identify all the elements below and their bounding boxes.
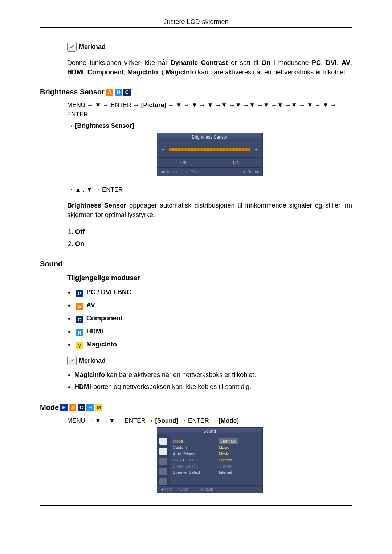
osd-hint-return: ↺Return	[242, 169, 259, 174]
text-bold: MagicInfo	[127, 69, 158, 76]
list-item: On	[75, 238, 352, 250]
osd-sound-title: Sound	[157, 428, 262, 435]
list-item: A AV	[74, 299, 352, 312]
osd-option-off[interactable]: Off	[157, 158, 210, 167]
page-header-title: Justere LCD-skjermen	[40, 18, 352, 26]
text: MENU → ▼ → ENTER →	[67, 102, 141, 108]
osd-val-internal[interactable]: Internal	[219, 470, 232, 475]
side-icon[interactable]	[159, 448, 167, 455]
side-icon[interactable]	[159, 468, 167, 475]
list-item: M MagicInfo	[74, 338, 352, 351]
nav-path-brightness-3: → ▲ , ▼ → ENTER	[67, 185, 352, 194]
osd-right-col: Standard Music Movie Speech Custom Inter…	[217, 438, 259, 483]
enter-icon: ↵	[185, 169, 189, 174]
mode-tag-c: C	[78, 404, 85, 411]
list-item: Off	[75, 226, 352, 238]
text-bold: [Picture]	[141, 102, 166, 108]
mode-tag-a: A	[69, 404, 76, 411]
list-item: P PC / DVI / BNC	[74, 286, 352, 299]
osd-val-standard[interactable]: Standard	[219, 438, 238, 444]
list-item: H HDMI	[74, 325, 352, 338]
text-bold: Dynamic Contrast	[171, 59, 228, 66]
side-icon[interactable]	[159, 438, 167, 445]
text: Return	[247, 169, 259, 174]
text: ,	[337, 59, 342, 66]
osd-val-speech[interactable]: Speech	[219, 458, 232, 462]
osd-row-autovol[interactable]: Auto Volume	[173, 451, 215, 457]
osd-side-icons	[157, 435, 170, 485]
note-icon	[67, 356, 77, 365]
sound-note-list: MagicInfo kan bare aktiveres når en nett…	[74, 369, 352, 393]
text-bold: Brightness Sensor	[67, 202, 126, 209]
section-heading-sound: Sound	[40, 260, 352, 268]
enter-icon: ↵	[177, 487, 180, 491]
text-bold: AV	[342, 59, 350, 66]
note-label: Merknad	[79, 43, 106, 51]
osd-hint-move: ◆Move	[161, 487, 172, 491]
text-bold: [Mode]	[219, 417, 239, 424]
side-icon[interactable]	[159, 478, 167, 485]
text: kan bare aktiveres når en nettverksboks …	[196, 69, 347, 76]
list-item: C Component	[74, 312, 352, 325]
text-bold: Component	[86, 315, 123, 322]
text: er satt til	[228, 59, 261, 66]
osd-row-mode[interactable]: Mode	[173, 438, 215, 444]
mode-tag-m: M	[76, 342, 83, 349]
osd-slider[interactable]	[169, 147, 251, 152]
mode-tag-h: H	[76, 329, 83, 336]
mode-tag-p: P	[60, 404, 68, 411]
section-heading-mode: Mode P A C H M	[40, 403, 352, 412]
text: i modusene	[270, 59, 312, 66]
text-bold: MagicInfo	[74, 371, 105, 378]
osd-row-custom[interactable]: Custom	[173, 444, 215, 451]
text-bold: PC / DVI / BNC	[86, 288, 131, 296]
list-item: MagicInfo kan bare aktiveres når en nett…	[74, 369, 352, 381]
text-bold: [Sound]	[155, 417, 178, 424]
mode-tag-c: C	[123, 89, 131, 96]
note-paragraph: Denne funksjonen virker ikke når Dynamic…	[67, 58, 352, 77]
osd-val-movie[interactable]: Movie	[219, 452, 229, 456]
header-divider	[40, 27, 352, 28]
text: -porten og nettverksboksen kan ikke kobl…	[91, 383, 251, 390]
available-modes-list: P PC / DVI / BNC A AV C Component H HDMI…	[74, 286, 352, 351]
text-bold: On	[75, 240, 84, 247]
text: . (	[158, 69, 166, 76]
osd-hint-move: ◀▶Move	[160, 169, 177, 174]
osd-val-custom: Custom	[219, 464, 233, 468]
text-bold: HDMI	[86, 328, 103, 335]
osd-hint-enter: ↵Enter	[177, 487, 189, 491]
side-icon[interactable]	[159, 458, 167, 465]
osd-brightness-panel: Brightness Sensor – + Off On ◀▶Move ↵Ent…	[157, 133, 263, 176]
text: Return	[202, 487, 213, 491]
osd-hint-enter: ↵Enter	[185, 169, 200, 174]
osd-option-on[interactable]: On	[210, 158, 262, 167]
text-bold: Component	[87, 69, 124, 76]
list-item: HDMI-porten og nettverksboksen kan ikke …	[74, 381, 352, 393]
nav-path-mode: MENU → ▼ →▼ → ENTER → [Sound] → ENTER → …	[67, 416, 352, 426]
osd-left-col: Mode Custom Auto Volume SRS TS XT Sound …	[173, 438, 215, 483]
mode-tag-h: H	[115, 89, 122, 96]
osd-row-soundselect: Sound Select	[173, 463, 215, 469]
note-label: Merknad	[79, 357, 106, 365]
text-bold: PC	[312, 59, 321, 66]
mode-tag-a: A	[106, 89, 113, 96]
osd-minus[interactable]: –	[162, 147, 165, 152]
osd-plus[interactable]: +	[254, 147, 258, 152]
text: ,	[84, 69, 87, 76]
osd-val-music[interactable]: Music	[219, 445, 229, 450]
nav-path-brightness-2: → [Brightness Sensor]	[67, 121, 352, 131]
brightness-option-list: Off On	[67, 226, 352, 250]
subheading-available-modes: Tilgjengelige moduser	[67, 274, 352, 282]
osd-row-srs[interactable]: SRS TS XT	[173, 457, 215, 463]
note-icon	[67, 42, 77, 52]
text: ,	[321, 59, 326, 66]
dot-icon: ◆	[161, 487, 164, 491]
text: Denne funksjonen virker ikke når	[67, 59, 171, 66]
mode-tag-p: P	[76, 290, 83, 297]
text: MENU → ▼ →▼ → ENTER →	[67, 417, 155, 424]
section-heading-brightness: Brightness Sensor A H C	[40, 88, 352, 96]
heading-text: Mode	[40, 403, 59, 412]
text: kan bare aktiveres når en nettverksboks …	[105, 371, 256, 378]
return-icon: ↺	[199, 487, 202, 491]
osd-row-speaker[interactable]: Speaker Select	[173, 469, 215, 476]
